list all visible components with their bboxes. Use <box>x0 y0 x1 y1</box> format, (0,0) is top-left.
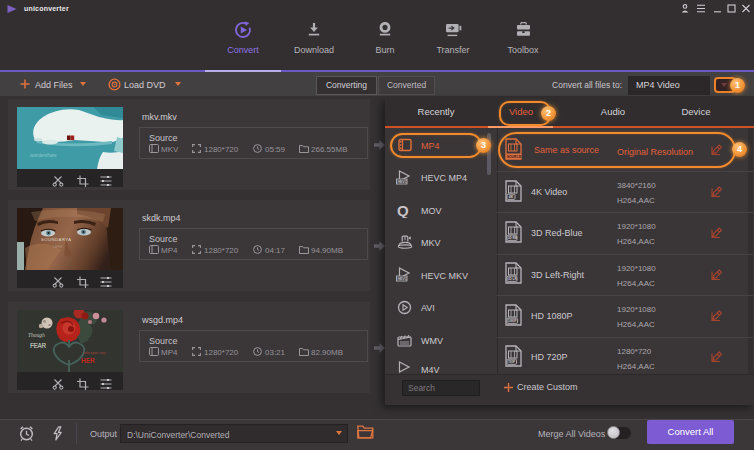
svg-text:720P: 720P <box>508 360 515 364</box>
svg-text:3D LR: 3D LR <box>508 277 518 281</box>
svg-text:SOUNDARYA: SOUNDARYA <box>41 237 72 242</box>
svg-text:Though: Though <box>28 332 45 338</box>
svg-text:FEAR: FEAR <box>30 342 47 349</box>
svg-text:3D RB: 3D RB <box>508 236 518 240</box>
svg-text:4K: 4K <box>509 195 514 199</box>
svg-text:LAHIRI: LAHIRI <box>53 245 63 249</box>
svg-text:HEVC: HEVC <box>398 277 408 281</box>
svg-text:1080P: 1080P <box>508 319 517 323</box>
svg-text:Q: Q <box>397 202 409 218</box>
svg-text:HER: HER <box>81 357 95 364</box>
svg-text:wondershare: wondershare <box>30 153 57 158</box>
svg-text:whisper my: whisper my <box>83 350 107 355</box>
svg-text:HEVC: HEVC <box>398 180 408 184</box>
